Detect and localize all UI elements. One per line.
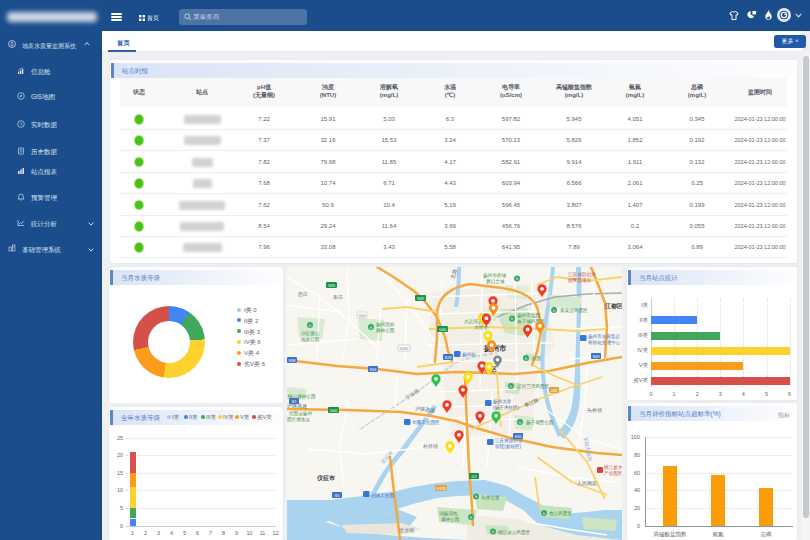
svg-text:G40: G40	[439, 327, 447, 332]
svg-text:仪征市: 仪征市	[316, 474, 335, 482]
svg-text:华腾工业园区: 华腾工业园区	[412, 419, 440, 426]
svg-text:朴席镇: 朴席镇	[422, 443, 438, 449]
svg-text:h: h	[510, 384, 512, 389]
svg-text:h: h	[553, 308, 555, 313]
svg-text:闲置管理所: 闲置管理所	[568, 277, 591, 284]
svg-text:S38: S38	[288, 358, 296, 363]
svg-text:G2: G2	[471, 474, 477, 479]
svg-text:h: h	[370, 325, 372, 330]
svg-text:学院(新校区): 学院(新校区)	[495, 443, 521, 450]
svg-text:人民网架: 人民网架	[577, 480, 597, 486]
svg-text:h: h	[543, 511, 545, 516]
svg-text:焦山风景区: 焦山风景区	[549, 511, 572, 516]
svg-text:h: h	[525, 356, 527, 361]
svg-text:润扬湿地: 润扬湿地	[439, 510, 458, 517]
svg-text:S49: S49	[592, 354, 600, 359]
svg-text:世业镇: 世业镇	[398, 527, 414, 533]
svg-text:西庄: 西庄	[298, 291, 308, 298]
svg-text:铜山森林公园: 铜山森林公园	[287, 393, 316, 400]
svg-text:枢纽站交通中心: 枢纽站交通中心	[588, 339, 621, 345]
svg-text:S49: S49	[417, 296, 425, 301]
svg-text:朱庄: 朱庄	[333, 294, 343, 300]
svg-text:江苏省邵伯湖: 江苏省邵伯湖	[568, 271, 596, 278]
svg-text:h: h	[309, 323, 311, 328]
svg-text:h: h	[470, 515, 472, 520]
svg-text:X06: X06	[358, 313, 366, 318]
svg-text:h: h	[519, 420, 521, 425]
svg-text:S36: S36	[369, 367, 377, 372]
svg-text:镇江金山风景区: 镇江金山风景区	[497, 530, 531, 535]
svg-text:h: h	[516, 276, 518, 281]
svg-text:利涵工业园: 利涵工业园	[371, 492, 394, 499]
svg-text:江苏旅游职业: 江苏旅游职业	[495, 437, 523, 444]
svg-text:G40: G40	[330, 408, 338, 413]
svg-text:江都区: 江都区	[604, 302, 622, 310]
svg-text:S28: S28	[444, 355, 452, 360]
svg-text:S5: S5	[335, 493, 341, 498]
svg-text:运河三湾风景区: 运河三湾风景区	[516, 384, 550, 389]
svg-text:243: 243	[551, 388, 558, 393]
svg-text:h: h	[475, 494, 477, 499]
svg-text:镇江新乡: 镇江新乡	[603, 465, 622, 470]
svg-text:头桥镇: 头桥镇	[587, 407, 602, 413]
svg-text:G328: G328	[436, 486, 447, 491]
svg-text:h: h	[492, 529, 494, 534]
svg-text:S35: S35	[328, 283, 336, 288]
svg-text:X081: X081	[399, 346, 409, 351]
svg-text:h: h	[511, 316, 513, 321]
svg-text:仪征捺山: 仪征捺山	[300, 330, 320, 337]
